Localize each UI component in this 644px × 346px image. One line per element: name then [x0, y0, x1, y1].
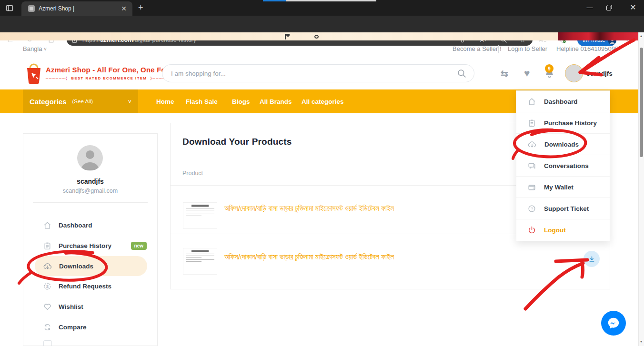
- tab-workspaces-icon[interactable]: [6, 4, 13, 12]
- dropdown-item-support-ticket[interactable]: ? Support Ticket: [516, 198, 610, 219]
- browser-tab-bar: Azmeri Shop | ✕ + — ✕: [0, 0, 644, 16]
- language-selector[interactable]: Bangla ˅: [23, 45, 47, 52]
- nav-link-home[interactable]: Home: [156, 98, 174, 105]
- account-sidebar: scandjfs scandjfs@gmail.com Dashboard Pu…: [23, 133, 158, 346]
- window-restore-icon[interactable]: [606, 4, 613, 11]
- clipboard-icon: [528, 119, 536, 127]
- messenger-icon: [606, 316, 621, 330]
- search-input[interactable]: [170, 69, 457, 78]
- power-icon: [528, 226, 536, 234]
- sidebar-item-downloads[interactable]: Downloads: [35, 256, 147, 276]
- notification-count-badge: 9: [545, 64, 553, 73]
- media-progress-played: [263, 0, 286, 1]
- question-icon: ?: [528, 205, 536, 213]
- nav-link-blogs[interactable]: Blogs: [232, 98, 250, 105]
- nav-link-all-categories[interactable]: All categories: [302, 98, 344, 105]
- categories-label: Categories: [30, 98, 67, 106]
- header-username[interactable]: scandjfs: [586, 70, 613, 77]
- sidebar-item-dashboard[interactable]: Dashboard: [23, 215, 157, 236]
- scrollbar-up-icon[interactable]: ▲: [639, 34, 643, 38]
- download-button[interactable]: [584, 251, 600, 267]
- nav-link-all-brands[interactable]: All Brands: [260, 98, 292, 105]
- page-title: Download Your Products: [182, 137, 292, 147]
- svg-text:$: $: [46, 284, 49, 289]
- chat-icon: [528, 162, 536, 170]
- account-dropdown-menu: Dashboard Purchase History Downloads Con…: [516, 90, 610, 241]
- topbar-divider: [498, 45, 499, 53]
- svg-text:?: ?: [531, 206, 533, 211]
- product-title-link[interactable]: অফিস/দোকান/বাড়ি বাসা ভাড়ার চুক্তিনামা …: [224, 253, 394, 261]
- user-avatar[interactable]: [565, 64, 583, 82]
- search-icon[interactable]: [457, 69, 466, 78]
- wallet-icon: [528, 183, 536, 191]
- cloud-download-icon: [43, 262, 52, 270]
- product-thumbnail: [183, 248, 217, 275]
- heart-outline-icon: [43, 303, 51, 311]
- dropdown-item-downloads[interactable]: Downloads: [516, 134, 610, 155]
- search-bar: [162, 64, 474, 82]
- promo-banner-strip: [0, 32, 638, 40]
- sidebar-item-refund-requests[interactable]: $ Refund Requests: [23, 276, 157, 297]
- new-badge: new: [131, 242, 147, 250]
- sidebar-avatar: [77, 145, 103, 171]
- media-progress-track: [286, 0, 376, 1]
- nav-link-flash-sale[interactable]: Flash Sale: [186, 98, 218, 105]
- categories-see-all: (See All): [72, 99, 93, 104]
- sidebar-username: scandjfs: [23, 178, 157, 185]
- tab-favicon-icon: [28, 5, 35, 12]
- scrollbar-down-icon[interactable]: ▼: [639, 340, 643, 343]
- sidebar-item-partial: [43, 340, 52, 346]
- logo-title[interactable]: Azmeri Shop - All For One, One For All: [46, 66, 180, 74]
- compare-icon[interactable]: ⇆: [501, 68, 508, 79]
- dropdown-item-my-wallet[interactable]: My Wallet: [516, 177, 610, 198]
- helpline-text: Helpline 01641095095: [556, 45, 618, 52]
- chevron-down-icon: ˅: [128, 98, 131, 105]
- chevron-down-icon: ˅: [44, 47, 47, 52]
- dropdown-item-logout[interactable]: Logout: [516, 219, 610, 241]
- screen: Azmeri Shop | ✕ + — ✕ ← ⟳ https://azmeri…: [0, 0, 644, 346]
- new-tab-icon[interactable]: +: [138, 3, 143, 12]
- login-seller-link[interactable]: Login to Seller: [508, 45, 547, 52]
- sidebar-email: scandjfs@gmail.com: [23, 188, 157, 194]
- refund-icon: $: [43, 282, 51, 290]
- sidebar-item-compare[interactable]: Compare: [23, 317, 157, 337]
- window-minimize-icon[interactable]: —: [582, 4, 598, 11]
- home-icon: [528, 98, 536, 106]
- become-seller-link[interactable]: Become a Seller !: [453, 45, 502, 52]
- home-icon: [43, 221, 51, 229]
- scrollbar-thumb[interactable]: [640, 48, 643, 157]
- wishlist-heart-icon[interactable]: ♥: [524, 68, 530, 79]
- divider: [33, 202, 148, 203]
- sidebar-item-wishlist[interactable]: Wishlist: [23, 297, 157, 317]
- sidebar-menu: Dashboard Purchase History new Downloads…: [23, 215, 157, 337]
- dropdown-item-dashboard[interactable]: Dashboard: [516, 91, 610, 112]
- dropdown-item-purchase-history[interactable]: Purchase History: [516, 112, 610, 134]
- product-column-header: Product: [182, 170, 203, 177]
- categories-menu[interactable]: Categories (See All) ˅: [23, 89, 138, 113]
- browser-toolbar: ← ⟳ https://azmeri.com/digital-purchase-…: [0, 16, 644, 32]
- window-close-icon[interactable]: ✕: [625, 3, 641, 12]
- sidebar-item-purchase-history[interactable]: Purchase History new: [23, 236, 157, 256]
- tab-title: Azmeri Shop |: [39, 5, 119, 12]
- logo-bag-icon[interactable]: [25, 62, 43, 84]
- tab-close-icon[interactable]: ✕: [119, 5, 129, 12]
- dropdown-item-conversations[interactable]: Conversations: [516, 155, 610, 177]
- browser-tab[interactable]: Azmeri Shop | ✕: [21, 1, 132, 16]
- clipboard-icon: [43, 242, 51, 250]
- promo-banner-photo: [558, 32, 638, 40]
- cloud-download-icon: [528, 140, 536, 148]
- messenger-chat-button[interactable]: [601, 311, 626, 336]
- product-title-link[interactable]: অফিস/দোকান/বাড়ি বাসা ভাড়ার চুক্তিনামা …: [224, 204, 394, 213]
- compare-refresh-icon: [43, 323, 51, 331]
- product-thumbnail: [183, 202, 217, 229]
- download-icon: [588, 256, 595, 263]
- logo-subtitle: ──────⟨ BEST RATED ECOMMERCE ITEM ⟩─────…: [46, 76, 172, 80]
